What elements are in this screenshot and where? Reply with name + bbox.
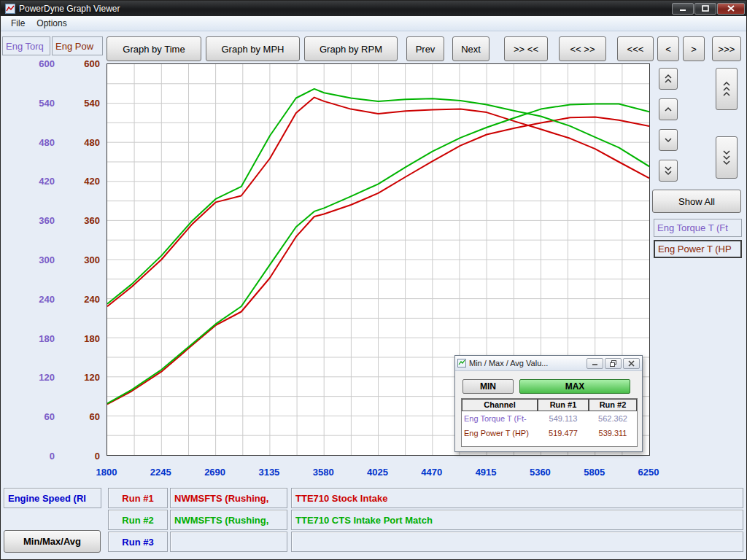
torque-tick-label: 300 bbox=[21, 254, 55, 265]
x-channel-box[interactable]: Engine Speed (RI bbox=[4, 488, 101, 508]
window-title: PowerDyne Graph Viewer bbox=[19, 4, 120, 14]
maximize-icon bbox=[702, 5, 709, 12]
run1-label[interactable]: Run #1 bbox=[108, 488, 168, 508]
show-all-button[interactable]: Show All bbox=[652, 190, 741, 213]
rpm-tick-label: 2690 bbox=[197, 467, 233, 478]
power-tick-label: 240 bbox=[68, 294, 100, 305]
restore-icon bbox=[610, 360, 616, 367]
graph-by-time-button[interactable]: Graph by Time bbox=[107, 36, 201, 61]
minmax-window-icon bbox=[457, 359, 466, 368]
power-tick-label: 480 bbox=[68, 137, 100, 148]
torque-tick-label: 540 bbox=[21, 98, 55, 109]
legend-eng-power[interactable]: Eng Power T (HP bbox=[654, 240, 742, 258]
minmax-close-button[interactable] bbox=[623, 358, 640, 369]
zoom-in-button[interactable]: >> << bbox=[504, 36, 548, 61]
next-button[interactable]: Next bbox=[452, 36, 489, 61]
header-run2[interactable]: Run #2 bbox=[589, 399, 637, 411]
power-tick-label: 120 bbox=[68, 372, 100, 383]
minmax-minimize-button[interactable] bbox=[587, 358, 603, 369]
run3-operator bbox=[170, 532, 287, 552]
table-row-torque: Eng Torque T (Ft- 549.113 562.362 bbox=[462, 411, 637, 426]
rpm-tick-label: 3135 bbox=[251, 467, 287, 478]
page-up-button[interactable] bbox=[716, 68, 738, 110]
torque-tick-label: 120 bbox=[21, 372, 55, 383]
app-icon bbox=[5, 4, 15, 14]
tab-eng-torque[interactable]: Eng Torq bbox=[2, 36, 50, 55]
min-button[interactable]: MIN bbox=[462, 379, 514, 394]
title-bar: PowerDyne Graph Viewer bbox=[1, 1, 747, 16]
power-tick-label: 420 bbox=[68, 176, 100, 187]
run2-description: TTE710 CTS Intake Port Match bbox=[291, 510, 743, 530]
close-button[interactable] bbox=[717, 3, 745, 15]
run2-label[interactable]: Run #2 bbox=[108, 510, 168, 530]
power-tick-label: 0 bbox=[68, 451, 100, 462]
run1-value: 549.113 bbox=[538, 414, 589, 423]
triple-chevron-down-icon bbox=[722, 149, 731, 166]
double-chevron-up-icon bbox=[664, 74, 673, 84]
window-controls bbox=[672, 3, 745, 15]
powerdyne-window: PowerDyne Graph Viewer File Options Eng … bbox=[0, 0, 747, 560]
run3-label[interactable]: Run #3 bbox=[108, 532, 168, 552]
max-button[interactable]: MAX bbox=[519, 379, 630, 394]
run1-operator: NWMSFTS (Rushing, bbox=[170, 488, 287, 508]
table-row-power: Eng Power T (HP) 519.477 539.311 bbox=[462, 426, 637, 440]
pan-left-button[interactable]: < bbox=[657, 36, 679, 61]
prev-button[interactable]: Prev bbox=[406, 36, 444, 61]
torque-tick-label: 0 bbox=[21, 451, 55, 462]
power-tick-label: 300 bbox=[68, 254, 100, 265]
scale-up-double-button[interactable] bbox=[659, 68, 678, 90]
graph-by-rpm-button[interactable]: Graph by RPM bbox=[304, 36, 398, 61]
double-chevron-down-icon bbox=[664, 166, 673, 176]
power-tick-label: 600 bbox=[68, 58, 100, 69]
minimize-icon bbox=[679, 5, 686, 12]
power-axis-ticks: 060120180240300360420480540600 bbox=[68, 64, 100, 456]
pan-far-left-button[interactable]: <<< bbox=[617, 36, 654, 61]
rpm-axis-ticks: 1800224526903135358040254470491553605805… bbox=[107, 467, 650, 480]
scale-down-button[interactable] bbox=[659, 129, 678, 151]
rpm-tick-label: 4915 bbox=[468, 467, 504, 478]
minmax-restore-button[interactable] bbox=[605, 358, 622, 369]
minmaxavg-button[interactable]: Min/Max/Avg bbox=[4, 530, 101, 553]
run2-value: 539.311 bbox=[589, 429, 637, 438]
graph-by-mph-button[interactable]: Graph by MPH bbox=[206, 36, 300, 61]
minmax-title-bar[interactable]: Min / Max / Avg Valu... bbox=[455, 356, 642, 371]
menu-options[interactable]: Options bbox=[31, 17, 72, 30]
legend-eng-torque[interactable]: Eng Torque T (Ft bbox=[654, 219, 742, 237]
pan-right-button[interactable]: > bbox=[683, 36, 705, 61]
close-icon bbox=[727, 5, 735, 12]
zoom-out-button[interactable]: << >> bbox=[559, 36, 606, 61]
run1-description: TTE710 Stock Intake bbox=[291, 488, 743, 508]
torque-tick-label: 420 bbox=[21, 176, 55, 187]
minmax-window[interactable]: Min / Max / Avg Valu... MIN MAX Channel … bbox=[454, 355, 643, 452]
close-icon bbox=[628, 360, 635, 367]
torque-tick-label: 480 bbox=[21, 137, 55, 148]
triple-chevron-up-icon bbox=[722, 81, 731, 97]
rpm-tick-label: 4025 bbox=[360, 467, 396, 478]
scale-up-button[interactable] bbox=[659, 98, 678, 120]
torque-tick-label: 180 bbox=[21, 333, 55, 344]
power-tick-label: 540 bbox=[68, 98, 100, 109]
channel-name: Eng Torque T (Ft- bbox=[462, 414, 538, 423]
rpm-tick-label: 3580 bbox=[305, 467, 341, 478]
scale-down-double-button[interactable] bbox=[659, 160, 678, 182]
rpm-tick-label: 2245 bbox=[142, 467, 179, 478]
pan-far-right-button[interactable]: >>> bbox=[712, 36, 741, 61]
minimize-button[interactable] bbox=[672, 3, 694, 15]
header-channel[interactable]: Channel bbox=[462, 399, 538, 411]
run2-value: 562.362 bbox=[589, 414, 637, 423]
menu-file[interactable]: File bbox=[5, 17, 31, 30]
chevron-up-icon bbox=[664, 106, 673, 112]
header-run1[interactable]: Run #1 bbox=[538, 399, 589, 411]
rpm-tick-label: 1800 bbox=[88, 467, 125, 478]
page-down-button[interactable] bbox=[716, 136, 738, 179]
menu-bar: File Options bbox=[1, 16, 747, 31]
power-tick-label: 60 bbox=[68, 411, 100, 422]
minmax-table: Channel Run #1 Run #2 Eng Torque T (Ft- … bbox=[461, 398, 638, 447]
rpm-tick-label: 6250 bbox=[630, 467, 667, 478]
minmax-window-title: Min / Max / Avg Valu... bbox=[469, 359, 585, 368]
torque-tick-label: 600 bbox=[21, 58, 55, 69]
tab-eng-power[interactable]: Eng Pow bbox=[52, 36, 103, 55]
rpm-tick-label: 4470 bbox=[414, 467, 450, 478]
maximize-button[interactable] bbox=[694, 3, 716, 15]
channel-name: Eng Power T (HP) bbox=[462, 429, 538, 438]
